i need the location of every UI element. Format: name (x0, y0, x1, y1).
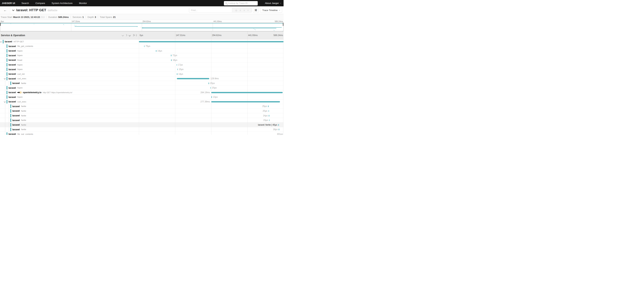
span-name-cell[interactable]: laravelfwrite (0, 109, 139, 113)
span-name-cell[interactable]: laravelfwrite (0, 127, 139, 132)
span-timeline-cell[interactable]: 17μs (139, 63, 284, 67)
span-name-cell[interactable]: laravelfwrite (0, 113, 139, 118)
span-bar[interactable] (211, 101, 280, 102)
expand-all-icon[interactable] (132, 35, 134, 36)
span-name-cell[interactable]: laravelfile_get_contents (0, 44, 139, 49)
span-timeline-cell[interactable]: 301μs (139, 132, 284, 135)
span-name-cell[interactable]: laravelfile_put_contents (0, 132, 139, 135)
span-row-16-laravel-fwrite[interactable]: laravelfwrite20μs (0, 109, 284, 113)
expand-chevron-icon[interactable] (4, 101, 6, 102)
span-timeline-cell[interactable]: 277.39ms (139, 100, 284, 104)
expand-chevron-icon[interactable] (0, 41, 2, 42)
span-row-10-laravel-fwrite[interactable]: laravelfwrite20μs (0, 81, 284, 86)
span-row-5-laravel-fread[interactable]: laravelfread18μs (0, 58, 284, 63)
span-tick[interactable] (177, 73, 178, 75)
span-name-cell[interactable]: laravelcurl_exec (0, 100, 139, 104)
span-tick[interactable] (269, 119, 270, 121)
span-timeline-cell[interactable]: 75μs (139, 44, 284, 49)
span-timeline-cell[interactable]: 72μs (139, 53, 284, 58)
span-row-7-laravel-fopen[interactable]: laravelfopen15μs (0, 67, 284, 72)
span-timeline-cell[interactable]: 20μs (139, 109, 284, 113)
expand-one-icon[interactable] (125, 34, 127, 36)
nav-item-monitor[interactable]: Monitor (79, 2, 87, 5)
span-name-cell[interactable]: laravelfopen (0, 67, 139, 72)
span-tick[interactable] (278, 124, 279, 126)
span-name-cell[interactable]: laravelHTTP GET (0, 40, 139, 44)
span-timeline-cell[interactable]: 18μs (139, 58, 284, 63)
clear-find-icon[interactable]: × (248, 9, 249, 12)
span-timeline-cell[interactable]: 20μs (139, 86, 284, 90)
span-row-8-laravel-curl-init[interactable]: laravelcurl_init14μs (0, 72, 284, 76)
span-timeline-cell[interactable]: 18μs (139, 127, 284, 132)
trace-view-dropdown[interactable]: Trace Timeline (260, 8, 282, 13)
collapse-trace-header-chevron-icon[interactable] (12, 9, 14, 11)
span-name-cell[interactable]: laravelfread (0, 58, 139, 63)
span-tick[interactable] (210, 87, 211, 89)
span-timeline-cell[interactable]: 14μs (139, 72, 284, 76)
span-name-cell[interactable]: laravelfopen (0, 95, 139, 99)
span-timeline-cell[interactable]: laravel::fwrite | 40μs (139, 123, 284, 127)
span-name-cell[interactable]: laravelcurl_init (0, 72, 139, 76)
span-timeline-cell[interactable]: 14μs (139, 113, 284, 118)
span-name-cell[interactable]: laravelfwrite (0, 123, 139, 127)
nav-item-search[interactable]: Search (22, 2, 29, 5)
about-jaeger-menu[interactable]: About Jaeger (265, 2, 281, 5)
span-row-17-laravel-fwrite[interactable]: laravelfwrite14μs (0, 113, 284, 118)
prev-result-icon[interactable]: ∧ (240, 9, 241, 12)
column-resizer[interactable] (136, 34, 137, 36)
span-row-20-laravel-fwrite[interactable]: laravelfwrite18μs (0, 127, 284, 132)
minimap-right-drag-handle[interactable] (283, 23, 284, 26)
span-row-15-laravel-fwrite[interactable]: laravelfwrite25μs (0, 104, 284, 109)
span-name-cell[interactable]: laravelfopen (0, 53, 139, 58)
expand-chevron-icon[interactable] (4, 78, 6, 79)
nav-item-system-architecture[interactable]: System Architecture (52, 2, 72, 5)
span-tick[interactable] (156, 50, 156, 52)
collapse-all-icon[interactable] (129, 34, 130, 36)
span-row-14-laravel-curl-exec[interactable]: laravelcurl_exec277.39ms (0, 100, 284, 104)
span-timeline-cell[interactable]: 15μs (139, 118, 284, 123)
span-rows-viewport[interactable]: laravelHTTP GETlaravelfile_get_contents7… (0, 40, 284, 135)
collapse-one-icon[interactable] (122, 34, 124, 36)
back-button[interactable]: ← (0, 6, 10, 14)
span-timeline-cell[interactable]: 129.9ms (139, 76, 284, 81)
span-tick[interactable] (212, 96, 212, 98)
span-timeline-cell[interactable]: 20μs (139, 81, 284, 85)
trace-minimap[interactable] (0, 23, 284, 31)
span-timeline-cell[interactable]: 284.19ms (139, 90, 284, 95)
span-name-cell[interactable]: laravelfwrite (0, 104, 139, 109)
span-timeline-cell[interactable]: 14μs (139, 49, 284, 53)
span-tick[interactable] (144, 46, 145, 47)
nav-item-compare[interactable]: Compare (36, 2, 45, 5)
span-row-1-laravel-http-get[interactable]: laravelHTTP GET (0, 40, 284, 44)
span-row-12-laravel-opentelemetry-io[interactable]: laravelopentelemetry.iohttp GET https://… (0, 90, 284, 95)
locate-icon[interactable]: ◎ (235, 9, 237, 12)
span-tick[interactable] (268, 106, 268, 107)
span-row-3-laravel-fopen[interactable]: laravelfopen14μs (0, 49, 284, 53)
span-name-cell[interactable]: laravelfopen (0, 86, 139, 90)
span-timeline-cell[interactable] (139, 40, 284, 44)
span-tick[interactable] (178, 69, 178, 70)
span-tick[interactable] (279, 129, 279, 130)
span-name-cell[interactable]: laravelfopen (0, 63, 139, 67)
span-name-cell[interactable]: laravelopentelemetry.iohttp GET https://… (0, 90, 139, 95)
app-logo[interactable]: JAEGER UI (2, 2, 15, 5)
span-row-21-laravel-file-put-contents[interactable]: laravelfile_put_contents301μs (0, 132, 284, 135)
span-row-11-laravel-fopen[interactable]: laravelfopen20μs (0, 86, 284, 90)
span-tick[interactable] (208, 83, 209, 84)
span-row-2-laravel-file-get-contents[interactable]: laravelfile_get_contents75μs (0, 44, 284, 49)
keyboard-shortcuts-button[interactable]: ⌘ (253, 8, 258, 13)
span-timeline-cell[interactable]: 15μs (139, 67, 284, 72)
find-input[interactable] (189, 8, 232, 13)
span-bar[interactable] (139, 41, 284, 42)
span-bar[interactable] (177, 78, 209, 79)
span-timeline-cell[interactable]: 13μs (139, 95, 284, 99)
span-row-19-laravel-fwrite[interactable]: laravelfwritelaravel::fwrite | 40μs (0, 123, 284, 127)
span-row-13-laravel-fopen[interactable]: laravelfopen13μs (0, 95, 284, 100)
span-tick[interactable] (268, 110, 269, 112)
span-name-cell[interactable]: laravelcurl_exec (0, 76, 139, 81)
span-row-18-laravel-fwrite[interactable]: laravelfwrite15μs (0, 118, 284, 123)
span-tick[interactable] (177, 64, 177, 66)
span-tick[interactable] (171, 59, 172, 61)
span-row-9-laravel-curl-exec[interactable]: laravelcurl_exec129.9ms (0, 76, 284, 81)
span-name-cell[interactable]: laravelfwrite (0, 81, 139, 85)
